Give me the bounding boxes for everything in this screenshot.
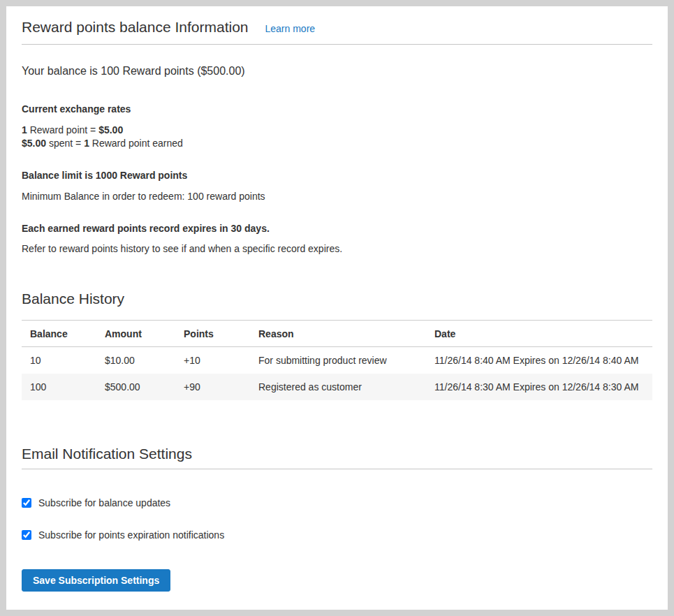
table-row: 100 $500.00 +90 Registered as customer 1… <box>22 374 652 400</box>
subscribe-expiration-notifications-checkbox[interactable] <box>22 530 31 540</box>
exchange-rate-line-2: $5.00 spent = 1 Reward point earned <box>22 137 652 150</box>
column-header-points: Points <box>175 321 250 347</box>
table-header-row: Balance Amount Points Reason Date <box>22 321 652 347</box>
exchange-rates-heading: Current exchange rates <box>22 103 652 115</box>
expiry-note: Refer to reward points history to see if… <box>22 243 652 254</box>
email-notification-settings-title: Email Notification Settings <box>22 445 652 469</box>
rate2-text: spent = <box>46 138 84 149</box>
cell-balance: 10 <box>22 347 96 374</box>
cell-points: +90 <box>175 374 250 400</box>
balance-history-table: Balance Amount Points Reason Date 10 $10… <box>22 320 652 400</box>
rate1-points: 1 <box>22 124 27 135</box>
page-header: Reward points balance Information Learn … <box>22 19 652 45</box>
subscribe-expiration-notifications-row: Subscribe for points expiration notifica… <box>22 529 652 541</box>
cell-balance: 100 <box>22 374 96 400</box>
table-row: 10 $10.00 +10 For submitting product rev… <box>22 347 652 374</box>
cell-amount: $500.00 <box>96 374 175 400</box>
cell-points: +10 <box>175 347 250 374</box>
exchange-rate-line-1: 1 Reward point = $5.00 <box>22 124 652 137</box>
subscribe-balance-updates-label[interactable]: Subscribe for balance updates <box>38 497 170 508</box>
rate2-points: 1 <box>84 138 89 149</box>
cell-date: 11/26/14 8:30 AM Expires on 12/26/14 8:3… <box>426 374 652 400</box>
rate1-text: Reward point = <box>27 124 98 135</box>
save-subscription-settings-button[interactable]: Save Subscription Settings <box>22 569 170 592</box>
page-title: Reward points balance Information <box>22 19 249 36</box>
column-header-reason: Reason <box>250 321 426 347</box>
learn-more-link[interactable]: Learn more <box>265 23 316 34</box>
cell-reason: For submitting product review <box>250 347 426 374</box>
subscribe-balance-updates-row: Subscribe for balance updates <box>22 497 652 508</box>
cell-date: 11/26/14 8:40 AM Expires on 12/26/14 8:4… <box>426 347 652 374</box>
rate2-text-2: Reward point earned <box>89 138 183 149</box>
expiry-heading: Each earned reward points record expires… <box>22 223 652 234</box>
subscribe-balance-updates-checkbox[interactable] <box>22 498 31 508</box>
subscribe-expiration-notifications-label[interactable]: Subscribe for points expiration notifica… <box>38 529 224 541</box>
exchange-rates: 1 Reward point = $5.00 $5.00 spent = 1 R… <box>22 124 652 150</box>
balance-summary: Your balance is 100 Reward points ($500.… <box>22 64 652 78</box>
reward-points-panel: Reward points balance Information Learn … <box>6 6 668 610</box>
balance-limit-heading: Balance limit is 1000 Reward points <box>22 170 652 181</box>
column-header-amount: Amount <box>96 321 175 347</box>
rate1-amount: $5.00 <box>98 124 123 135</box>
cell-reason: Registered as customer <box>250 374 426 400</box>
cell-amount: $10.00 <box>96 347 175 374</box>
column-header-date: Date <box>426 321 652 347</box>
rate2-amount: $5.00 <box>22 138 46 149</box>
column-header-balance: Balance <box>22 321 96 347</box>
balance-history-title: Balance History <box>22 290 652 308</box>
minimum-balance-note: Minimum Balance in order to redeem: 100 … <box>22 191 652 202</box>
